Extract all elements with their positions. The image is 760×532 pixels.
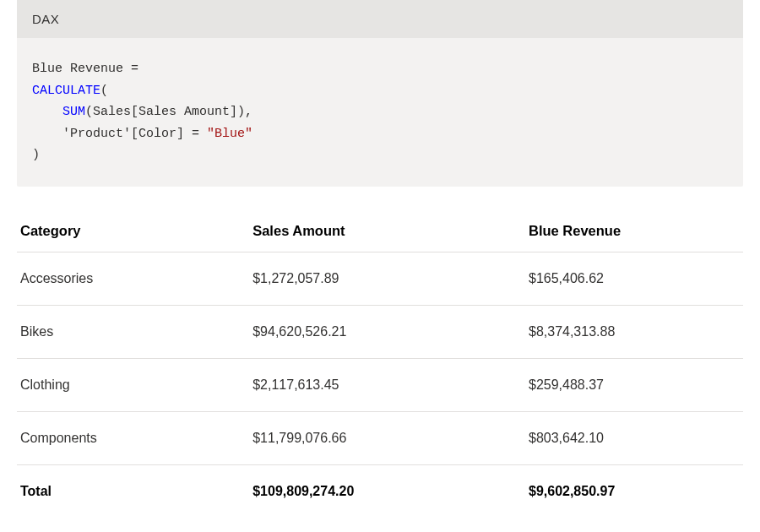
cell-category: Components bbox=[17, 411, 249, 464]
code-keyword-calculate: CALCULATE bbox=[32, 84, 100, 98]
table-total-row: Total $109,809,274.20 $9,602,850.97 bbox=[17, 464, 743, 518]
header-blue-revenue: Blue Revenue bbox=[525, 210, 743, 252]
cell-blue-revenue: $8,374,313.88 bbox=[525, 305, 743, 358]
cell-blue-revenue: $165,406.62 bbox=[525, 252, 743, 305]
table-header-row: Category Sales Amount Blue Revenue bbox=[17, 210, 743, 252]
code-keyword-sum: SUM bbox=[62, 105, 85, 119]
cell-sales-amount: $11,799,076.66 bbox=[249, 411, 525, 464]
code-text: (Sales[Sales Amount]), bbox=[85, 105, 252, 119]
code-line-5: ) bbox=[32, 148, 40, 162]
results-table: Category Sales Amount Blue Revenue Acces… bbox=[17, 210, 743, 518]
cell-sales-amount: $2,117,613.45 bbox=[249, 358, 525, 411]
cell-blue-revenue: $259,488.37 bbox=[525, 358, 743, 411]
code-indent bbox=[32, 127, 62, 141]
header-category: Category bbox=[17, 210, 249, 252]
cell-sales-amount: $94,620,526.21 bbox=[249, 305, 525, 358]
cell-total-label: Total bbox=[17, 464, 249, 518]
dax-code-block: DAX Blue Revenue = CALCULATE( SUM(Sales[… bbox=[17, 0, 743, 187]
table-row: Accessories $1,272,057.89 $165,406.62 bbox=[17, 252, 743, 305]
cell-category: Clothing bbox=[17, 358, 249, 411]
header-sales-amount: Sales Amount bbox=[249, 210, 525, 252]
code-string-literal: "Blue" bbox=[207, 127, 252, 141]
table-row: Bikes $94,620,526.21 $8,374,313.88 bbox=[17, 305, 743, 358]
cell-sales-amount: $1,272,057.89 bbox=[249, 252, 525, 305]
code-indent bbox=[32, 105, 62, 119]
table-row: Components $11,799,076.66 $803,642.10 bbox=[17, 411, 743, 464]
cell-blue-revenue: $803,642.10 bbox=[525, 411, 743, 464]
cell-total-sales: $109,809,274.20 bbox=[249, 464, 525, 518]
code-text: ( bbox=[100, 84, 108, 98]
table-row: Clothing $2,117,613.45 $259,488.37 bbox=[17, 358, 743, 411]
code-text: 'Product'[Color] = bbox=[62, 127, 207, 141]
code-language-label: DAX bbox=[17, 0, 743, 38]
code-line-1: Blue Revenue = bbox=[32, 62, 138, 76]
cell-category: Bikes bbox=[17, 305, 249, 358]
code-body: Blue Revenue = CALCULATE( SUM(Sales[Sale… bbox=[17, 38, 743, 187]
cell-total-blue: $9,602,850.97 bbox=[525, 464, 743, 518]
cell-category: Accessories bbox=[17, 252, 249, 305]
